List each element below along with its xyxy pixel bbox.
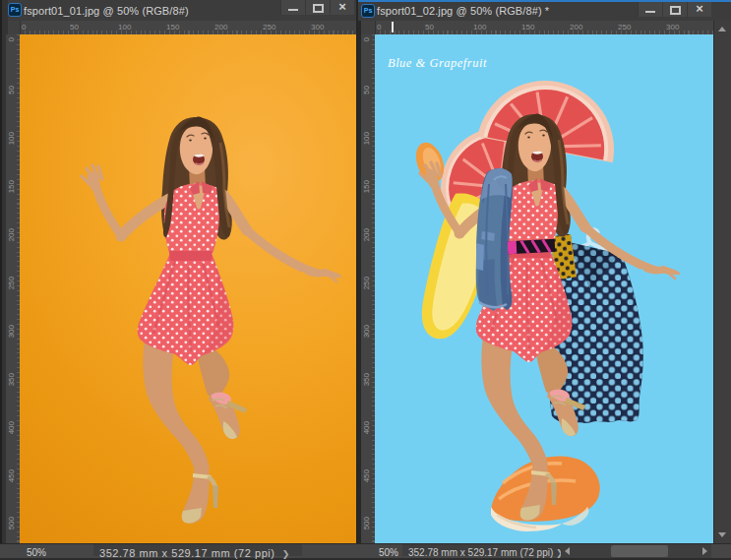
svg-text:Blue & Grapefruit: Blue & Grapefruit — [388, 56, 487, 70]
